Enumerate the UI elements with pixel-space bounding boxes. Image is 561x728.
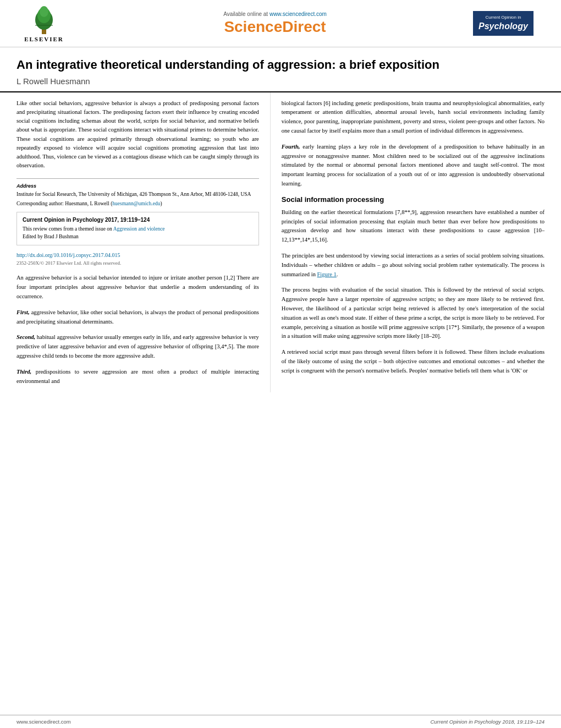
doi-link[interactable]: http://dx.doi.org/10.1016/j.copsyc.2017.… — [16, 252, 259, 258]
cop-badge: Current Opinion in Psychology — [473, 11, 534, 36]
sciencedirect-logo: ScienceDirect — [77, 18, 473, 36]
svg-point-3 — [40, 6, 48, 17]
available-online-text: Available online at www.sciencedirect.co… — [77, 11, 473, 17]
elsevier-text: ELSEVIER — [24, 36, 64, 42]
figure1-link[interactable]: Figure 1 — [317, 271, 337, 277]
elsevier-logo: ⌐ ELSEVIER — [11, 4, 77, 42]
elsevier-tree-icon: ⌐ — [28, 4, 61, 35]
corresponding-suffix: ) — [160, 201, 162, 206]
body-para-second: Second, habitual aggressive behavior usu… — [16, 333, 259, 360]
themed-issue-prefix: This review comes from a themed issue on — [23, 226, 113, 232]
sip-para-3: The process begins with evaluation of th… — [282, 286, 544, 341]
cop-badge-area: Current Opinion in Psychology — [473, 11, 550, 36]
svg-text:⌐: ⌐ — [43, 30, 45, 33]
second-label: Second, — [16, 334, 35, 340]
first-label: First, — [16, 309, 30, 315]
them-word: them — [480, 368, 492, 374]
sciencedirect-url[interactable]: www.sciencedirect.com — [270, 11, 327, 17]
footer-url: www.sciencedirect.com — [16, 719, 71, 725]
body-para-1: An aggressive behavior is a social behav… — [16, 273, 259, 301]
address-label: Address — [16, 183, 259, 189]
cop-top-text: Current Opinion in — [479, 14, 528, 20]
main-content: Like other social behaviors, aggressive … — [0, 92, 561, 393]
edited-by-text: Edited by Brad J Bushman — [23, 234, 79, 239]
second-text: habitual aggressive behavior usually eme… — [16, 334, 259, 359]
corresponding-prefix: Corresponding author: Huesmann, L Rowell… — [16, 201, 112, 206]
body-para-third: Third, predispositions to severe aggress… — [16, 368, 259, 386]
corresponding-text: Corresponding author: Huesmann, L Rowell… — [16, 201, 259, 206]
address-box: Address Institute for Social Research, T… — [16, 178, 259, 206]
body-para-1-text: An aggressive behavior is a social behav… — [16, 275, 259, 299]
right-column: biological factors [6] including genetic… — [270, 92, 544, 393]
page-header: ⌐ ELSEVIER Available online at www.scien… — [0, 0, 561, 47]
journal-info-title: Current Opinion in Psychology 2017, 19:1… — [23, 217, 253, 223]
themed-issue-link[interactable]: Aggression and violence — [113, 226, 165, 232]
elsevier-logo-area: ⌐ ELSEVIER — [11, 4, 77, 42]
third-text: predispositions to severe aggression are… — [16, 369, 259, 384]
abstract-paragraph: Like other social behaviors, aggressive … — [16, 99, 259, 171]
page-footer: www.sciencedirect.com Current Opinion in… — [0, 715, 561, 728]
article-author: L Rowell Huesmann — [16, 76, 544, 86]
cop-main-text: Psychology — [479, 20, 528, 32]
fourth-para: Fourth, early learning plays a key role … — [282, 143, 544, 189]
sip-section-heading: Social information processing — [282, 195, 544, 204]
info-box-text: This review comes from a themed issue on… — [23, 225, 253, 241]
header-center: Available online at www.sciencedirect.co… — [77, 11, 473, 36]
third-label: Third, — [16, 369, 31, 375]
sip-para-2: The principles are best understood by vi… — [282, 251, 544, 279]
fourth-text: early learning plays a key role in the d… — [282, 144, 544, 187]
sip-para-1: Building on the earlier theoretical form… — [282, 208, 544, 245]
article-title: An integrative theoretical understanding… — [16, 57, 544, 73]
info-box: Current Opinion in Psychology 2017, 19:1… — [16, 212, 259, 246]
body-para-first: First, aggressive behavior, like other s… — [16, 308, 259, 327]
corresponding-email-link[interactable]: huesmann@umich.edu — [112, 201, 160, 206]
address-text: Institute for Social Research, The Unive… — [16, 190, 259, 198]
fourth-label: Fourth, — [282, 144, 300, 150]
biological-para: biological factors [6] including genetic… — [282, 99, 544, 136]
title-area: An integrative theoretical understanding… — [0, 47, 561, 92]
first-text: aggressive behavior, like other social b… — [16, 309, 259, 325]
sip-para-4: A retrieved social script must pass thro… — [282, 348, 544, 375]
footer-journal-info: Current Opinion in Psychology 2018, 19:1… — [430, 719, 544, 725]
left-column: Like other social behaviors, aggressive … — [16, 92, 270, 393]
copyright-text: 2352-250X/© 2017 Elsevier Ltd. All right… — [16, 260, 259, 266]
